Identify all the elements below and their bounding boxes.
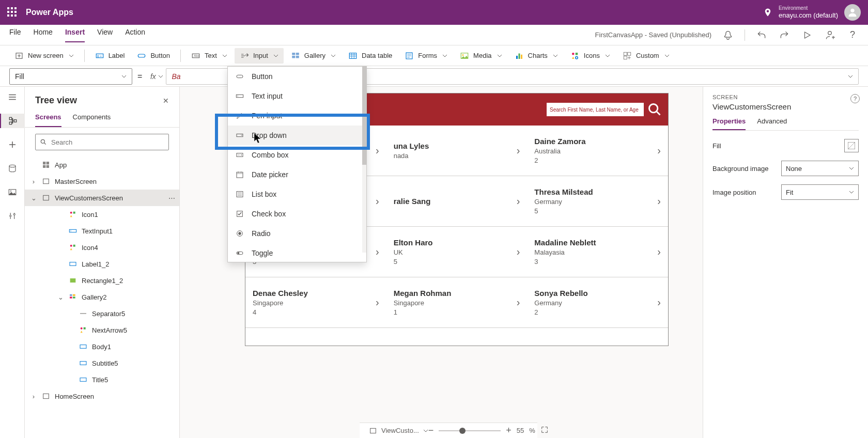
prop-tab-properties[interactable]: Properties — [712, 117, 746, 130]
chevron-right-icon[interactable]: › — [376, 145, 379, 157]
new-screen-button[interactable]: New screen — [9, 48, 79, 64]
menu-insert[interactable]: Insert — [65, 28, 85, 42]
tree-search[interactable] — [35, 134, 169, 150]
charts-button[interactable]: Charts — [509, 48, 563, 64]
hamburger-icon[interactable] — [5, 90, 20, 104]
app-checker-icon[interactable] — [722, 29, 734, 41]
img-pos-select[interactable]: Fit — [781, 184, 859, 200]
tree-node-textinput1[interactable]: TextInput1 — [25, 223, 179, 239]
chevron-right-icon[interactable]: › — [376, 296, 379, 308]
customer-card[interactable]: Daine ZamoraAustralia2› — [527, 126, 668, 176]
dropdown-item-drop-down[interactable]: Drop down — [228, 126, 366, 145]
more-icon[interactable]: ⋯ — [168, 194, 175, 202]
tree-node-icon1[interactable]: Icon1 — [25, 206, 179, 223]
media-button[interactable]: Media — [455, 48, 507, 64]
share-icon[interactable] — [824, 29, 836, 41]
scrollbar-thumb[interactable] — [362, 67, 366, 165]
help-icon[interactable]: ? — [846, 29, 859, 41]
button-button[interactable]: Button — [132, 48, 175, 64]
waffle-icon[interactable] — [7, 7, 18, 18]
chevron-right-icon[interactable]: › — [376, 246, 379, 258]
chevron-right-icon[interactable]: › — [376, 195, 379, 207]
chevron-right-icon[interactable]: › — [517, 195, 520, 207]
data-icon[interactable] — [5, 161, 20, 176]
tree-tab-screens[interactable]: Screens — [35, 113, 61, 127]
tree-node-gallery2[interactable]: ⌄Gallery2 — [25, 289, 179, 305]
dropdown-item-date-picker[interactable]: Date picker — [228, 165, 366, 184]
icons-button[interactable]: Icons — [565, 48, 615, 64]
customer-card[interactable]: Denae ChesleySingapore4› — [245, 277, 386, 328]
menu-home[interactable]: Home — [34, 28, 53, 42]
tree-node-masterscreen[interactable]: ›MasterScreen — [25, 173, 179, 190]
search-icon[interactable] — [647, 102, 662, 117]
menu-action[interactable]: Action — [125, 28, 145, 42]
input-button[interactable]: Input — [235, 48, 284, 64]
customer-card[interactable]: Elton HaroUK5› — [386, 227, 528, 277]
insert-icon[interactable] — [5, 137, 20, 152]
tree-view-icon[interactable] — [0, 114, 25, 128]
tree-node-icon4[interactable]: Icon4 — [25, 239, 179, 256]
customer-card[interactable]: ralie Sang› — [386, 176, 528, 227]
forms-button[interactable]: Forms — [399, 48, 453, 64]
dropdown-item-button[interactable]: Button — [228, 67, 366, 86]
redo-icon[interactable] — [778, 29, 791, 41]
tree-node-title5[interactable]: Title5 — [25, 371, 179, 388]
app-search-input[interactable]: Search First Name, Last Name, or Age — [546, 102, 644, 117]
play-icon[interactable] — [801, 29, 813, 41]
dropdown-item-pen-input[interactable]: Pen input — [228, 106, 366, 126]
zoom-out-icon[interactable]: − — [428, 425, 434, 436]
tree-node-body1[interactable]: Body1 — [25, 338, 179, 355]
input-dropdown: ButtonText inputPen inputDrop downCombo … — [227, 66, 367, 262]
fill-swatch[interactable] — [844, 139, 859, 152]
tree-node-app[interactable]: App — [25, 157, 179, 173]
tree-node-label1_2[interactable]: Label1_2 — [25, 256, 179, 272]
dropdown-item-toggle[interactable]: Toggle — [228, 243, 366, 263]
customer-card[interactable]: Sonya RebelloGermany2› — [527, 277, 668, 328]
chevron-right-icon[interactable]: › — [517, 296, 520, 308]
text-button[interactable]: AbcText — [186, 48, 233, 64]
tree-node-viewcustomersscreen[interactable]: ⌄ViewCustomersScreen⋯ — [25, 190, 179, 206]
dropdown-item-check-box[interactable]: Check box — [228, 204, 366, 224]
chevron-right-icon[interactable]: › — [657, 195, 661, 207]
tree-node-rectangle1_2[interactable]: Rectangle1_2 — [25, 272, 179, 289]
menu-view[interactable]: View — [97, 28, 113, 42]
chevron-right-icon[interactable]: › — [657, 246, 661, 258]
close-icon[interactable]: ✕ — [163, 97, 169, 105]
undo-icon[interactable] — [755, 29, 768, 41]
gallery-button[interactable]: Gallery — [286, 48, 341, 64]
dropdown-item-list-box[interactable]: List box — [228, 184, 366, 204]
label-button[interactable]: Label — [90, 48, 130, 64]
bg-image-select[interactable]: None — [781, 161, 859, 176]
chevron-right-icon[interactable]: › — [517, 145, 520, 157]
menu-file[interactable]: File — [9, 28, 21, 42]
chevron-right-icon[interactable]: › — [517, 246, 520, 258]
chevron-right-icon[interactable]: › — [657, 145, 661, 157]
dropdown-item-text-input[interactable]: Text input — [228, 86, 366, 106]
property-select[interactable]: Fill — [9, 68, 132, 85]
fit-icon[interactable] — [540, 426, 549, 435]
zoom-in-icon[interactable]: + — [506, 425, 512, 436]
tree-tab-components[interactable]: Components — [73, 113, 111, 127]
customer-card[interactable]: Madaline NeblettMalayasia3› — [527, 227, 668, 277]
tree-node-subtitle5[interactable]: Subtitle5 — [25, 355, 179, 371]
dropdown-item-radio[interactable]: Radio — [228, 224, 366, 243]
customer-card[interactable]: una Lylesnada› — [386, 126, 528, 176]
data-table-button[interactable]: Data table — [343, 48, 397, 64]
search-input[interactable] — [51, 138, 164, 146]
dropdown-item-combo-box[interactable]: Combo box — [228, 145, 366, 165]
customer-card[interactable]: Thresa MilsteadGermany5› — [527, 176, 668, 227]
tree-node-homescreen[interactable]: ›HomeScreen — [25, 388, 179, 404]
help-circle-icon[interactable]: ? — [850, 94, 860, 103]
prop-tab-advanced[interactable]: Advanced — [757, 117, 787, 130]
tree-node-nextarrow5[interactable]: NextArrow5 — [25, 322, 179, 338]
avatar[interactable] — [844, 4, 861, 21]
tree-node-separator5[interactable]: Separator5 — [25, 305, 179, 322]
current-screen-label[interactable]: ViewCusto... — [381, 427, 419, 434]
chevron-right-icon[interactable]: › — [657, 296, 661, 308]
advanced-tools-icon[interactable] — [5, 209, 20, 223]
custom-button[interactable]: Custom — [617, 48, 675, 64]
customer-card[interactable]: Megan RohmanSingapore1› — [386, 277, 528, 328]
zoom-slider[interactable] — [439, 430, 501, 431]
media-rail-icon[interactable] — [5, 185, 20, 199]
environment-block[interactable]: Environment enayu.com (default) — [779, 5, 838, 20]
